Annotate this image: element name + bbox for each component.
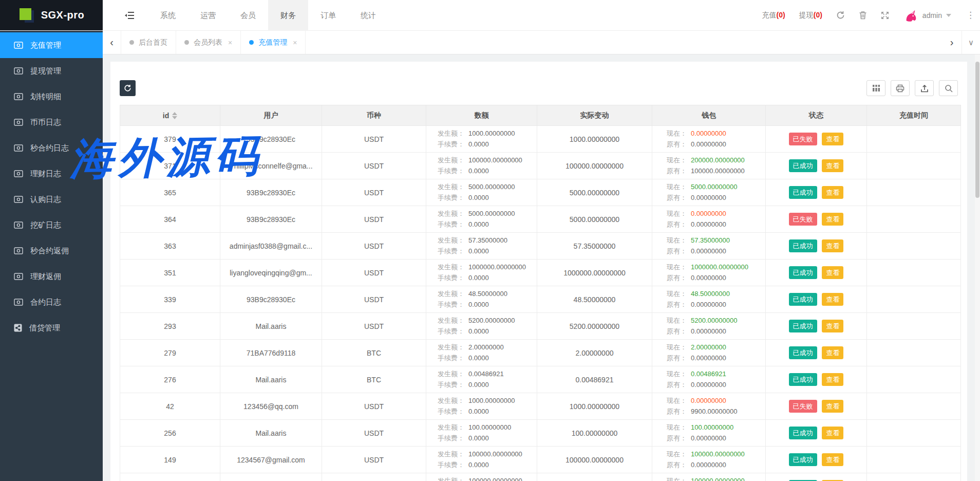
row-user: liyangloveqingqing@gm... [230,269,312,277]
sidebar-item-label: 秒合约日志 [30,143,69,153]
column-header: 币种 [322,105,426,126]
sidebar-item-label: 理财日志 [30,169,61,179]
chevron-down-icon [946,14,951,17]
tab-dot-icon [184,40,189,45]
view-button[interactable]: 查看 [822,320,843,332]
sidebar-item-合约日志[interactable]: 合约日志 [0,289,103,315]
logo-icon [18,7,35,24]
row-wallet: 现在：0.00000000 原有：0.00000000 [654,210,763,229]
money-icon [14,196,23,203]
row-change: 2.00000000 [576,349,614,357]
page-scrollbar[interactable] [975,54,980,481]
column-header[interactable]: id [120,105,220,126]
row-id: 339 [164,295,176,304]
sidebar-item-挖矿日志[interactable]: 挖矿日志 [0,212,103,238]
status-badge: 已成功 [789,373,817,386]
nav-quick-link[interactable]: 提现(0) [799,11,822,20]
tab-close-icon[interactable]: × [228,39,232,47]
row-change: 0.00486921 [576,376,614,384]
row-amount: 发生额：0.00486921 手续费：0.0000 [428,370,535,389]
sidebar-item-理财日志[interactable]: 理财日志 [0,161,103,187]
view-button[interactable]: 查看 [822,453,843,466]
nav-menu-item[interactable]: 会员 [228,0,268,31]
recharge-table: id 用户 币种 数额 实际变动 钱包 状态 [120,105,961,481]
sidebar-item-理财返佣[interactable]: 理财返佣 [0,264,103,289]
row-id: 256 [164,429,176,437]
export-icon[interactable] [915,80,934,96]
tabs-scroll-right-icon[interactable]: › [942,31,962,54]
nav-menu-item[interactable]: 订单 [308,0,348,31]
nav-menu-item[interactable]: 统计 [348,0,388,31]
sidebar-item-认购日志[interactable]: 认购日志 [0,187,103,212]
view-button[interactable]: 查看 [822,293,843,306]
tabs-dropdown-icon[interactable]: ∨ [962,31,980,54]
view-button[interactable]: 查看 [822,213,843,226]
view-button[interactable]: 查看 [822,159,843,172]
row-amount: 发生额：100000.00000000 手续费：0.0000 [428,450,535,469]
fullscreen-icon[interactable] [881,11,889,20]
sort-icon[interactable] [172,112,177,119]
view-button[interactable]: 查看 [822,266,843,279]
more-dots-icon[interactable]: ⋮ [965,10,976,21]
nav-menu-item[interactable]: 运营 [188,0,228,31]
money-icon [14,67,23,75]
row-coin: USDT [364,189,384,197]
row-change: 5200.00000000 [570,322,619,330]
table-refresh-button[interactable] [120,80,136,96]
search-icon[interactable] [939,80,958,96]
view-button[interactable]: 查看 [822,400,843,413]
table-row: 351 liyangloveqingqing@gm... USDT 发生额：10… [120,260,961,286]
status-badge: 已失败 [789,213,817,226]
sidebar-item-秒合约日志[interactable]: 秒合约日志 [0,135,103,161]
view-button[interactable]: 查看 [822,346,843,359]
status-badge: 已失败 [789,400,817,413]
tabbar-tabs: 后台首页 × 会员列表 × 充值管理 × [121,31,306,54]
table-row: 276 Mail.aaris BTC 发生额：0.00486921 手续费：0.… [120,366,961,393]
tabs-scroll-left-icon[interactable]: ‹ [103,31,121,54]
column-header: 钱包 [652,105,766,126]
refresh-icon[interactable] [836,11,845,20]
breadcrumb-tab[interactable]: 充值管理 × [241,31,306,54]
columns-icon[interactable] [866,80,885,96]
sidebar-item-label: 理财返佣 [30,272,61,282]
view-button[interactable]: 查看 [822,133,843,145]
table-row: 371 PhillipMcconnelfe@gma... USDT 发生额：10… [120,153,961,179]
row-id: 351 [164,269,176,277]
sidebar-item-划转明细[interactable]: 划转明细 [0,84,103,109]
sidebar-item-充值管理[interactable]: 充值管理 [0,32,103,58]
row-coin: USDT [364,456,384,464]
trash-icon[interactable] [859,11,867,20]
print-icon[interactable] [891,80,910,96]
status-badge: 已成功 [789,159,817,172]
sidebar-item-label: 提现管理 [30,66,61,76]
view-button[interactable]: 查看 [822,186,843,199]
sidebar-item-提现管理[interactable]: 提现管理 [0,58,103,84]
sidebar-item-币币日志[interactable]: 币币日志 [0,109,103,135]
nav-quick-link[interactable]: 充值(0) [762,11,785,20]
row-user: 1234567@gmail.com [237,456,305,464]
user-menu[interactable]: admin [903,8,951,23]
view-button[interactable]: 查看 [822,373,843,386]
view-button[interactable]: 查看 [822,239,843,252]
breadcrumb-tab[interactable]: 会员列表 × [176,31,241,54]
tab-close-icon[interactable]: × [293,39,297,47]
row-amount: 发生额：100000.00000000 手续费：0.0000 [428,477,535,481]
money-icon [14,93,23,100]
nav-menu-item[interactable]: 财务 [268,0,308,31]
breadcrumb-tab[interactable]: 后台首页 × [121,31,176,54]
sidebar-item-秒合约返佣[interactable]: 秒合约返佣 [0,238,103,264]
row-id: 371 [164,162,176,170]
sidebar: 充值管理 提现管理 划转明细 [0,31,103,481]
view-button[interactable]: 查看 [822,427,843,439]
sidebar-fold-icon[interactable] [124,11,135,20]
row-coin: USDT [364,295,384,304]
status-badge: 已成功 [789,427,817,439]
nav-quick-links: 充值(0) 提现(0) [762,11,822,20]
sidebar-item-借贷管理[interactable]: 借贷管理 [0,315,103,341]
row-user: Mail.aaris [256,322,287,330]
scrollbar-thumb[interactable] [975,62,979,198]
username: admin [922,11,942,20]
table-row: 279 71BA776d9118 BTC 发生额：2.00000000 手续费：… [120,340,961,366]
money-icon [14,247,23,254]
nav-menu-item[interactable]: 系统 [148,0,188,31]
